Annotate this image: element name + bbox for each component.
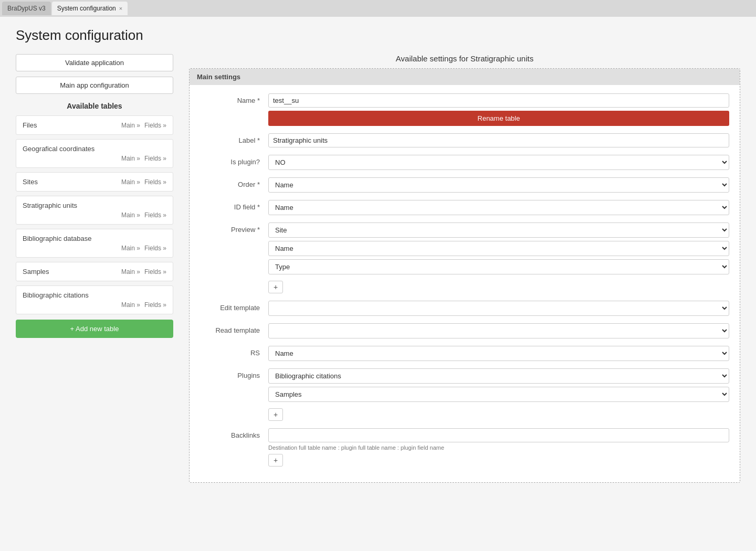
table-main-link-strat[interactable]: Main » xyxy=(121,211,140,219)
is-plugin-field: NO YES xyxy=(268,155,729,170)
edit-template-field xyxy=(268,301,729,316)
table-item-samples: Samples Main » Fields » xyxy=(16,262,173,281)
rename-table-button[interactable]: Rename table xyxy=(268,111,729,126)
table-fields-link-files[interactable]: Fields » xyxy=(144,122,166,129)
label-label: Label * xyxy=(200,133,268,144)
read-template-label: Read template xyxy=(200,323,268,334)
preview-label: Preview * xyxy=(200,222,268,234)
table-name-sites: Sites xyxy=(23,178,38,186)
backlinks-input[interactable] xyxy=(268,428,729,442)
settings-box: Main settings Name * Rename table Label … xyxy=(189,68,740,483)
order-label: Order * xyxy=(200,177,268,188)
layout: Validate application Main app configurat… xyxy=(16,54,740,483)
name-row: Name * Rename table xyxy=(200,93,729,126)
is-plugin-label: Is plugin? xyxy=(200,155,268,166)
table-name-biblio: Bibliographic database xyxy=(23,235,92,242)
table-item-geo: Geografical coordinates Main » Fields » xyxy=(16,139,173,168)
table-fields-link-geo[interactable]: Fields » xyxy=(144,155,166,162)
table-name-files: Files xyxy=(23,121,37,129)
preview-select-2[interactable]: Name Site Type xyxy=(268,241,729,256)
name-field: Rename table xyxy=(268,93,729,126)
name-label: Name * xyxy=(200,93,268,104)
backlinks-hint: Destination full table name : plugin ful… xyxy=(268,444,729,451)
read-template-row: Read template xyxy=(200,323,729,338)
plugins-label: Plugins xyxy=(200,368,268,379)
table-links-sites: Main » Fields » xyxy=(121,178,166,186)
plugins-row: Plugins Bibliographic citations Samples … xyxy=(200,368,729,421)
add-new-table-button[interactable]: + Add new table xyxy=(16,320,173,338)
name-input[interactable] xyxy=(268,93,729,108)
table-links-biblio: Main » Fields » xyxy=(121,245,166,252)
preview-add-button[interactable]: + xyxy=(268,281,283,293)
is-plugin-select[interactable]: NO YES xyxy=(268,155,729,170)
table-name-samples: Samples xyxy=(23,268,49,276)
plugins-select-group: Bibliographic citations Samples Samples … xyxy=(268,368,729,421)
sidebar: Validate application Main app configurat… xyxy=(16,54,173,483)
id-field-row: ID field * Name ID xyxy=(200,200,729,215)
plugins-select-1[interactable]: Bibliographic citations Samples xyxy=(268,368,729,384)
table-name-strat: Stratigraphic units xyxy=(23,202,77,209)
settings-body: Name * Rename table Label * xyxy=(190,85,740,482)
tab-close-icon[interactable]: × xyxy=(119,6,122,12)
table-main-link-sites[interactable]: Main » xyxy=(121,178,140,186)
read-template-field xyxy=(268,323,729,338)
read-template-select[interactable] xyxy=(268,323,729,338)
plugins-select-2[interactable]: Samples Bibliographic citations xyxy=(268,387,729,402)
table-fields-link-biblio[interactable]: Fields » xyxy=(144,245,166,252)
table-item-biblio-cit: Bibliographic citations Main » Fields » xyxy=(16,285,173,314)
table-main-link-geo[interactable]: Main » xyxy=(121,155,140,162)
main-content: Available settings for Stratigraphic uni… xyxy=(189,54,740,483)
rs-label: RS xyxy=(200,346,268,357)
plugins-field: Bibliographic citations Samples Samples … xyxy=(268,368,729,421)
main-config-button[interactable]: Main app configuration xyxy=(16,77,173,94)
plugins-add-button[interactable]: + xyxy=(268,408,283,421)
table-links-biblio-cit: Main » Fields » xyxy=(121,301,166,309)
page-title: System configuration xyxy=(16,27,740,44)
order-field: Name ID Date xyxy=(268,177,729,193)
table-item-biblio: Bibliographic database Main » Fields » xyxy=(16,229,173,258)
backlinks-add-button[interactable]: + xyxy=(268,454,283,467)
table-name-geo: Geografical coordinates xyxy=(23,145,94,153)
rs-row: RS Name ID xyxy=(200,346,729,361)
label-field xyxy=(268,133,729,147)
rs-field: Name ID xyxy=(268,346,729,361)
preview-select-3[interactable]: Type Site Name xyxy=(268,259,729,274)
preview-row: Preview * Site Name Type Name S xyxy=(200,222,729,293)
backlinks-label: Backlinks xyxy=(200,428,268,439)
tab-bar: BraDypUS v3 System configuration × xyxy=(0,0,756,17)
id-field-label: ID field * xyxy=(200,200,268,211)
tab-bradypus[interactable]: BraDypUS v3 xyxy=(2,2,51,15)
table-fields-link-sites[interactable]: Fields » xyxy=(144,178,166,186)
table-links-files: Main » Fields » xyxy=(121,122,166,129)
backlinks-row: Backlinks Destination full table name : … xyxy=(200,428,729,467)
order-row: Order * Name ID Date xyxy=(200,177,729,193)
table-main-link-samples[interactable]: Main » xyxy=(121,268,140,276)
table-fields-link-samples[interactable]: Fields » xyxy=(144,268,166,276)
table-main-link-biblio[interactable]: Main » xyxy=(121,245,140,252)
table-item-strat: Stratigraphic units Main » Fields » xyxy=(16,196,173,225)
table-fields-link-strat[interactable]: Fields » xyxy=(144,211,166,219)
section-heading: Available settings for Stratigraphic uni… xyxy=(189,54,740,63)
tab-system-config-label: System configuration xyxy=(57,5,116,12)
tab-bradypus-label: BraDypUS v3 xyxy=(7,5,46,12)
table-fields-link-biblio-cit[interactable]: Fields » xyxy=(144,301,166,309)
preview-field: Site Name Type Name Site Type xyxy=(268,222,729,293)
table-main-link-biblio-cit[interactable]: Main » xyxy=(121,301,140,309)
edit-template-label: Edit template xyxy=(200,301,268,312)
rs-select[interactable]: Name ID xyxy=(268,346,729,361)
id-field-select[interactable]: Name ID xyxy=(268,200,729,215)
label-input[interactable] xyxy=(268,133,729,147)
table-main-link-files[interactable]: Main » xyxy=(121,122,140,129)
preview-select-1[interactable]: Site Name Type xyxy=(268,222,729,238)
table-links-strat: Main » Fields » xyxy=(121,211,166,219)
edit-template-select[interactable] xyxy=(268,301,729,316)
label-row: Label * xyxy=(200,133,729,147)
id-field-field: Name ID xyxy=(268,200,729,215)
validate-app-button[interactable]: Validate application xyxy=(16,54,173,71)
table-links-geo: Main » Fields » xyxy=(121,155,166,162)
is-plugin-row: Is plugin? NO YES xyxy=(200,155,729,170)
preview-select-group: Site Name Type Name Site Type xyxy=(268,222,729,293)
tab-system-config[interactable]: System configuration × xyxy=(52,2,128,15)
edit-template-row: Edit template xyxy=(200,301,729,316)
order-select[interactable]: Name ID Date xyxy=(268,177,729,193)
